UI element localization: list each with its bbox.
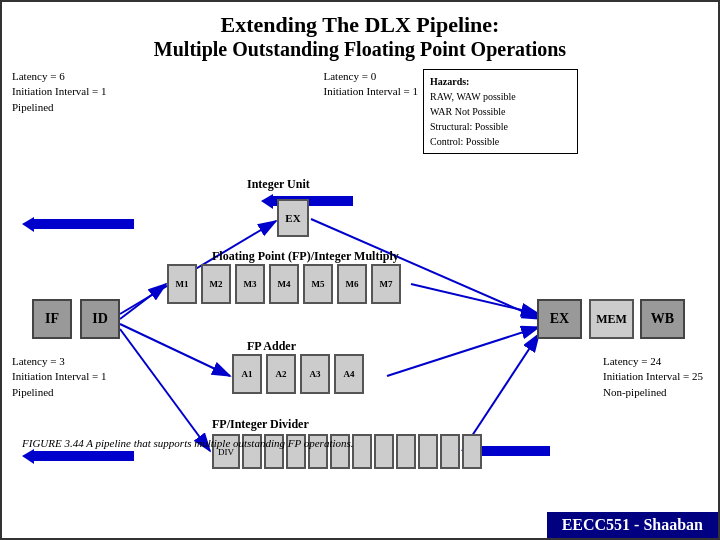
fp-div-s8 xyxy=(396,434,416,469)
left-arrow-top-body xyxy=(34,219,134,229)
fp-adder-to-ex xyxy=(387,327,539,376)
hazard-item-1: WAR Not Possible xyxy=(430,104,571,119)
info-right-top: Latency = 0 Initiation Interval = 1 xyxy=(324,69,418,100)
id-to-fp-mult xyxy=(120,284,166,319)
latency-left-top-line1: Latency = 6 xyxy=(12,69,106,84)
left-arrow-top xyxy=(22,217,34,232)
slide: Extending The DLX Pipeline: Multiple Out… xyxy=(0,0,720,540)
fp-adder-row: A1 A2 A3 A4 xyxy=(232,354,364,394)
info-right-bottom: Latency = 24 Initiation Interval = 25 No… xyxy=(603,354,703,400)
fp-mult-m5: M5 xyxy=(303,264,333,304)
title-line1: Extending The DLX Pipeline: xyxy=(12,12,708,38)
figure-caption: FIGURE 3.44 A pipeline that supports mul… xyxy=(22,437,354,449)
fp-adder-a2: A2 xyxy=(266,354,296,394)
latency-left-bottom-line3: Pipelined xyxy=(12,385,106,400)
info-left-top: Latency = 6 Initiation Interval = 1 Pipe… xyxy=(12,69,106,115)
fp-multiply-label: Floating Point (FP)/Integer Multiply xyxy=(212,249,399,264)
integer-unit-label: Integer Unit xyxy=(247,177,310,192)
fp-multiply-row: M1 M2 M3 M4 M5 M6 M7 xyxy=(167,264,401,304)
fp-adder-a1: A1 xyxy=(232,354,262,394)
fp-mult-m4: M4 xyxy=(269,264,299,304)
fp-div-s7 xyxy=(374,434,394,469)
fp-div-s6 xyxy=(352,434,372,469)
fp-mult-to-ex xyxy=(411,284,539,314)
info-left-bottom: Latency = 3 Initiation Interval = 1 Pipe… xyxy=(12,354,106,400)
fp-div-right-arrow-body xyxy=(470,446,550,456)
fp-divider-label: FP/Integer Divider xyxy=(212,417,309,432)
fp-div-s9 xyxy=(418,434,438,469)
hazards-title: Hazards: xyxy=(430,74,571,89)
latency-left-bottom-line2: Initiation Interval = 1 xyxy=(12,369,106,384)
stage-ex-int: EX xyxy=(277,199,309,237)
fp-mult-m1: M1 xyxy=(167,264,197,304)
stage-ex-right: EX xyxy=(537,299,582,339)
latency-left-top-line2: Initiation Interval = 1 xyxy=(12,84,106,99)
hazard-item-2: Structural: Possible xyxy=(430,119,571,134)
left-arrow-bottom xyxy=(22,449,34,464)
latency-left-top-line3: Pipelined xyxy=(12,100,106,115)
latency-right-bottom-line3: Non-pipelined xyxy=(603,385,703,400)
id-to-fp-adder xyxy=(120,324,230,376)
fp-mult-m2: M2 xyxy=(201,264,231,304)
fp-mult-m3: M3 xyxy=(235,264,265,304)
fp-adder-a4: A4 xyxy=(334,354,364,394)
stage-mem: MEM xyxy=(589,299,634,339)
stage-if: IF xyxy=(32,299,72,339)
latency-right-top-line2: Initiation Interval = 1 xyxy=(324,84,418,99)
hazard-item-0: RAW, WAW possible xyxy=(430,89,571,104)
stage-id: ID xyxy=(80,299,120,339)
fp-div-s10 xyxy=(440,434,460,469)
fp-adder-label: FP Adder xyxy=(247,339,296,354)
latency-right-top-line1: Latency = 0 xyxy=(324,69,418,84)
id-to-fp-div xyxy=(120,329,210,451)
fp-mult-m6: M6 xyxy=(337,264,367,304)
fp-mult-m7: M7 xyxy=(371,264,401,304)
latency-left-bottom-line1: Latency = 3 xyxy=(12,354,106,369)
hazard-item-3: Control: Possible xyxy=(430,134,571,149)
title-line2: Multiple Outstanding Floating Point Oper… xyxy=(12,38,708,61)
fp-adder-a3: A3 xyxy=(300,354,330,394)
stage-wb: WB xyxy=(640,299,685,339)
title-area: Extending The DLX Pipeline: Multiple Out… xyxy=(12,12,708,61)
int-unit-arrow xyxy=(261,194,273,209)
fp-div-s11 xyxy=(462,434,482,469)
main-content: Latency = 6 Initiation Interval = 1 Pipe… xyxy=(12,69,708,489)
hazards-box: Hazards: RAW, WAW possible WAR Not Possi… xyxy=(423,69,578,154)
latency-right-bottom-line2: Initiation Interval = 25 xyxy=(603,369,703,384)
latency-right-bottom-line1: Latency = 24 xyxy=(603,354,703,369)
left-arrow-bottom-body xyxy=(34,451,134,461)
bottom-bar: EECC551 - Shaaban xyxy=(547,512,718,538)
